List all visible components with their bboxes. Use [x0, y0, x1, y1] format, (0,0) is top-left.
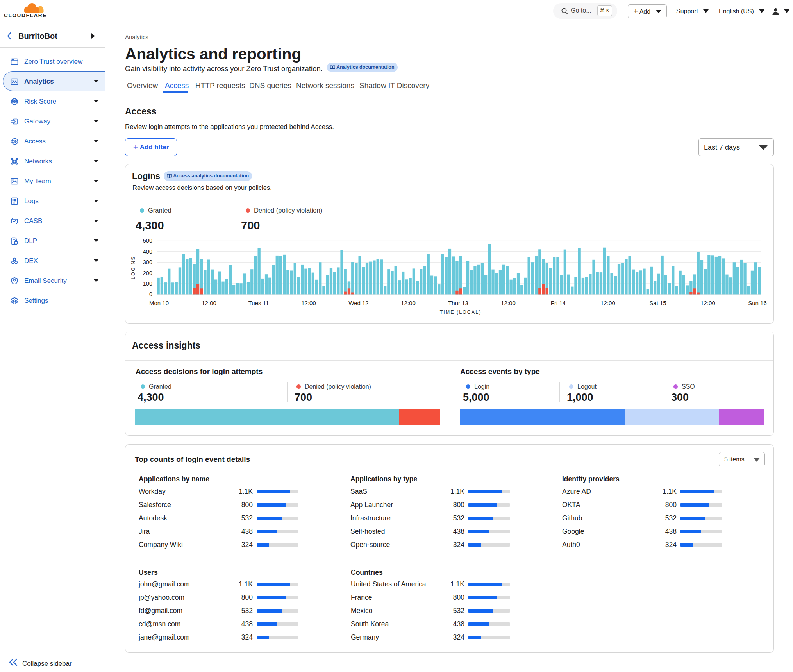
svg-text:100: 100 [143, 281, 152, 287]
svg-text:Sat 15: Sat 15 [649, 300, 666, 306]
svg-text:12:00: 12:00 [700, 300, 715, 306]
svg-text:300: 300 [143, 259, 152, 265]
svg-text:400: 400 [143, 248, 152, 255]
svg-text:Fri 14: Fri 14 [551, 300, 566, 306]
svg-text:500: 500 [143, 238, 152, 244]
svg-text:Tues 11: Tues 11 [248, 300, 269, 306]
svg-text:200: 200 [143, 270, 152, 276]
svg-text:Sun 16: Sun 16 [748, 300, 767, 306]
svg-text:12:00: 12:00 [600, 300, 615, 306]
svg-text:12:00: 12:00 [401, 300, 416, 306]
svg-text:Mon 10: Mon 10 [149, 300, 169, 306]
svg-text:12:00: 12:00 [301, 300, 316, 306]
svg-text:Wed 12: Wed 12 [348, 300, 368, 306]
svg-text:LOGINS: LOGINS [130, 256, 136, 279]
svg-text:TIME (LOCAL): TIME (LOCAL) [440, 309, 482, 315]
svg-text:12:00: 12:00 [202, 300, 216, 306]
svg-text:0: 0 [149, 291, 152, 297]
svg-text:12:00: 12:00 [501, 300, 516, 306]
svg-text:Thur 13: Thur 13 [448, 300, 468, 306]
